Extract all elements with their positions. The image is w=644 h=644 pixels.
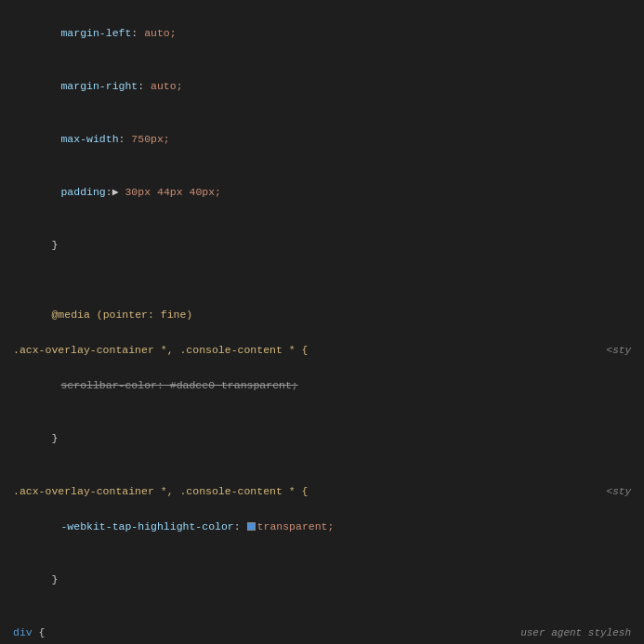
code-line-13: div { user agent stylesh bbox=[13, 624, 631, 642]
screen: margin-left: auto; margin-right: auto; m… bbox=[0, 0, 644, 644]
code-line-11: -webkit-tap-highlight-color: transparent… bbox=[13, 501, 631, 554]
code-line-7: .acx-overlay-container *, .console-conte… bbox=[13, 342, 631, 360]
code-line-4: padding:▶ 30px 44px 40px; bbox=[13, 166, 631, 219]
code-line-12: } bbox=[13, 554, 631, 607]
code-line-5: } bbox=[13, 219, 631, 272]
code-line-2: margin-right: auto; bbox=[13, 60, 631, 113]
code-line-9: } bbox=[13, 413, 631, 466]
code-line-1: margin-left: auto; bbox=[13, 7, 631, 60]
code-line-3: max-width: 750px; bbox=[13, 113, 631, 166]
code-line-blank1 bbox=[13, 272, 631, 290]
code-line-10: .acx-overlay-container *, .console-conte… bbox=[13, 483, 631, 501]
code-line-blank3 bbox=[13, 607, 631, 624]
color-swatch bbox=[247, 522, 256, 531]
code-line-6: @media (pointer: fine) bbox=[13, 290, 631, 343]
code-line-blank2 bbox=[13, 466, 631, 483]
code-editor-area: margin-left: auto; margin-right: auto; m… bbox=[0, 0, 644, 644]
code-line-8: scrollbar-color: #dadce0 transparent; bbox=[13, 360, 631, 413]
